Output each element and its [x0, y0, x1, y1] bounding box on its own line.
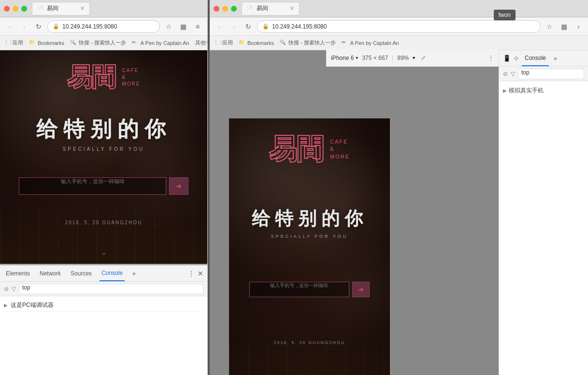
filter-icon[interactable]: ▽	[12, 286, 16, 292]
bookmark-kuaisou[interactable]: 🔍 快搜 - 搜索快人一步	[70, 39, 126, 46]
left-devtools-tabs: Elements Network Sources Console » ⋮ ✕	[0, 265, 207, 282]
back-button[interactable]: ‹	[4, 21, 15, 32]
console-tab-left[interactable]: Console	[100, 265, 125, 281]
right-bk-apps-label: 应用	[222, 39, 233, 46]
left-address-bar[interactable]: 🔒 10.249.244.195:8080	[47, 20, 160, 33]
left-subtitle: SPECIALLY FOR YOU	[36, 146, 172, 152]
bookmark-star[interactable]: ☆	[163, 21, 174, 32]
right-bookmark-pen[interactable]: ✏ A Pen by Captain An	[342, 40, 399, 46]
right-forward-button[interactable]: ›	[228, 21, 240, 32]
elements-tab[interactable]: Elements	[4, 265, 32, 281]
left-browser: 📄 易间 ✕ ‹ › ↻ 🔒 10.249.244.195:8080 ☆ ▦ ≡…	[0, 0, 208, 375]
right-lock-icon: 🔒	[262, 23, 269, 29]
bookmark-pen[interactable]: ✏ A Pen by Captain An	[132, 40, 189, 46]
right-qr-icon[interactable]: ▦	[558, 21, 570, 32]
right-tab-favicon: 📄	[247, 5, 254, 12]
right-filter-input[interactable]: top	[518, 69, 584, 79]
device-label: iPhone 6	[331, 55, 354, 61]
more-tabs[interactable]: »	[130, 265, 138, 281]
left-address-text: 10.249.244.195:8080	[62, 23, 117, 30]
left-devtools: Elements Network Sources Console » ⋮ ✕ ⊘…	[0, 264, 207, 375]
devtools-close-icon[interactable]: ✕	[198, 270, 203, 277]
right-devtools-more[interactable]: »	[554, 55, 557, 62]
sources-tab[interactable]: Sources	[69, 265, 94, 281]
tree-expand-arrow[interactable]: ▶	[503, 88, 507, 93]
right-chinese-logo: 易間	[269, 135, 323, 163]
right-submit-button[interactable]: ➜	[352, 282, 370, 297]
right-bookmarks-bar: ⋮⋮ 应用 📁 Bookmarks 🔍 快搜 - 搜索快人一步 ✏ A Pen …	[210, 36, 588, 50]
devtools-menu-icon[interactable]: ⋮	[188, 270, 195, 277]
left-submit-icon: ➜	[176, 182, 182, 190]
right-address-bar[interactable]: 🔒 10.249.244.195:8080	[257, 20, 541, 33]
right-bookmark-apps[interactable]: ⋮⋮ 应用	[214, 39, 233, 46]
left-main-title: 给特别的你	[36, 115, 172, 144]
apps-icon: ⋮⋮	[4, 40, 11, 46]
device-chevron-icon: ▾	[356, 55, 358, 60]
dimension-separator: |	[392, 55, 393, 61]
bookmark-bookmarks[interactable]: 📁 Bookmarks	[29, 40, 64, 46]
left-submit-button[interactable]: ➜	[169, 177, 188, 195]
right-tree-label: 模拟真实手机	[509, 87, 544, 95]
forward-button[interactable]: ›	[18, 21, 30, 32]
right-phone-input[interactable]: 输入手机号，送你一杯咖啡	[249, 282, 349, 297]
menu-button[interactable]: ≡	[192, 21, 203, 32]
right-no-errors-icon[interactable]: ⊘	[503, 71, 508, 77]
left-webpage: 易間 CAFE & MORE 给特别的你 SPECIALLY FOR YOU	[0, 50, 207, 264]
more-options-icon[interactable]: ⋮	[488, 55, 494, 61]
no-errors-icon[interactable]: ⊘	[4, 286, 9, 292]
right-minimize-dot[interactable]	[222, 6, 228, 12]
right-english-text: CAFE & MORE	[330, 138, 350, 160]
minimize-dot[interactable]	[13, 6, 18, 12]
right-maximize-dot[interactable]	[231, 6, 237, 12]
bookmark-apps[interactable]: ⋮⋮ 应用	[4, 39, 23, 46]
device-selector[interactable]: iPhone 6 ▾	[331, 55, 358, 61]
rotate-icon[interactable]: ⤢	[421, 55, 426, 61]
qr-icon[interactable]: ▦	[177, 21, 189, 32]
network-tab[interactable]: Network	[38, 265, 63, 281]
device-dimensions: 375 × 667	[362, 55, 388, 61]
tab-close-button[interactable]: ✕	[80, 5, 85, 12]
mobile-frame: 易間 CAFE & MORE 给特别的你 SPECIALLY FOR YOU	[229, 118, 390, 375]
right-back-button[interactable]: ‹	[214, 21, 225, 32]
right-console-tab[interactable]: Console	[522, 50, 549, 66]
left-tab-label: 易间	[47, 4, 58, 13]
left-active-tab[interactable]: 📄 易间 ✕	[32, 2, 90, 15]
right-devtools-inspect-icon[interactable]: ⊹	[514, 55, 519, 62]
right-bookmark-kuaisou[interactable]: 🔍 快搜 - 搜索快人一步	[280, 39, 336, 46]
right-close-dot[interactable]	[214, 6, 219, 12]
right-bookmark-star[interactable]: ☆	[544, 21, 555, 32]
maximize-dot[interactable]	[21, 6, 27, 12]
right-filter-value: top	[521, 69, 530, 76]
reload-button[interactable]: ↻	[33, 21, 44, 32]
right-pen-icon: ✏	[342, 40, 348, 46]
right-devtools-content: ▶ 模拟真实手机	[499, 81, 588, 375]
right-apps-icon: ⋮⋮	[214, 40, 220, 46]
right-filter-icon[interactable]: ▽	[511, 71, 515, 77]
left-log-text: 这是PC端调试器	[11, 301, 54, 309]
bookmark-apps-label: 应用	[13, 39, 23, 46]
left-filter-input[interactable]: top	[19, 284, 203, 294]
close-dot[interactable]	[4, 6, 10, 12]
bookmark-pen-label: A Pen by Captain An	[141, 40, 189, 46]
right-devtools-device-icon[interactable]: 📱	[503, 55, 511, 62]
left-tab-bar: 📄 易间 ✕	[0, 0, 207, 17]
right-bookmark-bookmarks[interactable]: 📁 Bookmarks	[239, 40, 274, 46]
fwon-popup: fwon	[494, 10, 516, 20]
right-tab-close[interactable]: ✕	[290, 5, 294, 12]
fwon-label: fwon	[499, 12, 511, 18]
left-chinese-logo: 易間	[67, 65, 115, 90]
right-cafe-page: 易間 CAFE & MORE 给特别的你 SPECIALLY FOR YOU	[229, 118, 390, 375]
right-nav-bar: ‹ › ↻ 🔒 10.249.244.195:8080 ☆ ▦ ›	[210, 17, 588, 36]
right-devtools-toolbar: 📱 ⊹ Console »	[499, 50, 588, 67]
right-tree-item[interactable]: ▶ 模拟真实手机	[503, 85, 584, 96]
console-expand-arrow[interactable]: ▶	[4, 303, 8, 308]
left-input-placeholder: 输入手机号，送你一杯咖啡	[61, 178, 125, 184]
right-main-title: 给特别的你	[252, 206, 368, 231]
right-active-tab[interactable]: 📄 易间 ✕	[242, 2, 300, 15]
right-logo-area: 易間 CAFE & MORE	[269, 135, 350, 163]
bookmark-other[interactable]: 其他书签	[195, 39, 207, 46]
right-console-filter-bar: ⊘ ▽ top	[499, 67, 588, 81]
right-menu-button[interactable]: ›	[573, 21, 584, 32]
right-reload-button[interactable]: ↻	[243, 21, 254, 32]
left-phone-input[interactable]: 输入手机号，送你一杯咖啡	[19, 177, 166, 195]
